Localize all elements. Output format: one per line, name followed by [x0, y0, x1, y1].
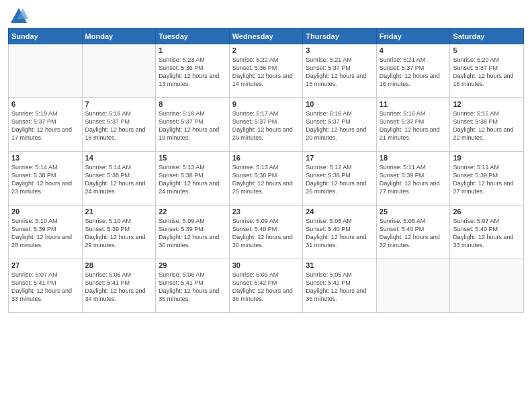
calendar-cell: 8Sunrise: 5:18 AMSunset: 5:37 PMDaylight…: [156, 98, 230, 152]
day-number: 2: [232, 46, 300, 54]
calendar-cell: 9Sunrise: 5:17 AMSunset: 5:37 PMDaylight…: [229, 98, 303, 152]
calendar-cell: 10Sunrise: 5:16 AMSunset: 5:37 PMDayligh…: [303, 98, 377, 152]
weekday-header-sunday: Sunday: [9, 29, 83, 44]
calendar-cell: 14Sunrise: 5:14 AMSunset: 5:38 PMDayligh…: [82, 152, 156, 205]
day-info: Sunrise: 5:13 AMSunset: 5:38 PMDaylight:…: [232, 163, 300, 196]
day-number: 27: [11, 261, 79, 269]
calendar-cell: 21Sunrise: 5:10 AMSunset: 5:39 PMDayligh…: [82, 205, 156, 259]
calendar-cell: 3Sunrise: 5:21 AMSunset: 5:37 PMDaylight…: [303, 44, 377, 98]
day-number: 18: [380, 154, 447, 162]
calendar-cell: 5Sunrise: 5:20 AMSunset: 5:37 PMDaylight…: [450, 44, 524, 98]
day-info: Sunrise: 5:05 AMSunset: 5:42 PMDaylight:…: [232, 271, 300, 304]
calendar-cell: 26Sunrise: 5:07 AMSunset: 5:40 PMDayligh…: [450, 205, 524, 259]
day-info: Sunrise: 5:05 AMSunset: 5:42 PMDaylight:…: [306, 271, 373, 304]
day-info: Sunrise: 5:21 AMSunset: 5:37 PMDaylight:…: [306, 56, 373, 89]
calendar-cell: 24Sunrise: 5:08 AMSunset: 5:40 PMDayligh…: [303, 205, 377, 259]
day-info: Sunrise: 5:15 AMSunset: 5:38 PMDaylight:…: [453, 109, 521, 142]
day-number: 28: [85, 261, 153, 269]
day-info: Sunrise: 5:09 AMSunset: 5:39 PMDaylight:…: [159, 217, 226, 250]
calendar-cell: 23Sunrise: 5:09 AMSunset: 5:40 PMDayligh…: [229, 205, 303, 259]
day-number: 26: [453, 208, 521, 216]
day-info: Sunrise: 5:12 AMSunset: 5:38 PMDaylight:…: [306, 163, 373, 196]
calendar-cell: 31Sunrise: 5:05 AMSunset: 5:42 PMDayligh…: [303, 259, 377, 313]
day-info: Sunrise: 5:16 AMSunset: 5:37 PMDaylight:…: [380, 109, 447, 142]
calendar-cell: 22Sunrise: 5:09 AMSunset: 5:39 PMDayligh…: [156, 205, 230, 259]
weekday-header-friday: Friday: [376, 29, 450, 44]
day-info: Sunrise: 5:23 AMSunset: 5:36 PMDaylight:…: [159, 56, 226, 89]
day-info: Sunrise: 5:22 AMSunset: 5:36 PMDaylight:…: [232, 56, 300, 89]
day-info: Sunrise: 5:11 AMSunset: 5:39 PMDaylight:…: [380, 163, 447, 196]
day-number: 13: [11, 154, 79, 162]
day-info: Sunrise: 5:18 AMSunset: 5:37 PMDaylight:…: [85, 109, 153, 142]
day-info: Sunrise: 5:10 AMSunset: 5:39 PMDaylight:…: [85, 217, 153, 250]
calendar-cell: 15Sunrise: 5:13 AMSunset: 5:38 PMDayligh…: [156, 152, 230, 205]
day-number: 17: [306, 154, 373, 162]
day-number: 22: [159, 208, 226, 216]
calendar-cell: 7Sunrise: 5:18 AMSunset: 5:37 PMDaylight…: [82, 98, 156, 152]
calendar-cell: 12Sunrise: 5:15 AMSunset: 5:38 PMDayligh…: [450, 98, 524, 152]
page: SundayMondayTuesdayWednesdayThursdayFrid…: [0, 0, 532, 411]
day-info: Sunrise: 5:07 AMSunset: 5:41 PMDaylight:…: [11, 271, 79, 304]
day-info: Sunrise: 5:06 AMSunset: 5:41 PMDaylight:…: [85, 271, 153, 304]
day-number: 20: [11, 208, 79, 216]
day-number: 15: [159, 154, 226, 162]
day-info: Sunrise: 5:13 AMSunset: 5:38 PMDaylight:…: [159, 163, 226, 196]
day-info: Sunrise: 5:20 AMSunset: 5:37 PMDaylight:…: [453, 56, 521, 89]
calendar-cell: 13Sunrise: 5:14 AMSunset: 5:38 PMDayligh…: [9, 152, 83, 205]
week-row-1: 1Sunrise: 5:23 AMSunset: 5:36 PMDaylight…: [9, 44, 524, 98]
day-info: Sunrise: 5:07 AMSunset: 5:40 PMDaylight:…: [453, 217, 521, 250]
day-info: Sunrise: 5:17 AMSunset: 5:37 PMDaylight:…: [232, 109, 300, 142]
calendar-cell: 1Sunrise: 5:23 AMSunset: 5:36 PMDaylight…: [156, 44, 230, 98]
day-number: 23: [232, 208, 300, 216]
calendar-cell: 17Sunrise: 5:12 AMSunset: 5:38 PMDayligh…: [303, 152, 377, 205]
calendar-cell: 6Sunrise: 5:19 AMSunset: 5:37 PMDaylight…: [9, 98, 83, 152]
header: [8, 7, 524, 23]
day-number: 16: [232, 154, 300, 162]
day-number: 1: [159, 46, 226, 54]
calendar-cell: 2Sunrise: 5:22 AMSunset: 5:36 PMDaylight…: [229, 44, 303, 98]
day-info: Sunrise: 5:18 AMSunset: 5:37 PMDaylight:…: [159, 109, 226, 142]
calendar-cell: [450, 259, 524, 313]
day-number: 8: [159, 100, 226, 108]
day-number: 9: [232, 100, 300, 108]
weekday-header-thursday: Thursday: [303, 29, 377, 44]
day-number: 10: [306, 100, 373, 108]
day-number: 5: [453, 46, 521, 54]
calendar-cell: 11Sunrise: 5:16 AMSunset: 5:37 PMDayligh…: [376, 98, 450, 152]
calendar-cell: [376, 259, 450, 313]
week-row-3: 13Sunrise: 5:14 AMSunset: 5:38 PMDayligh…: [9, 152, 524, 205]
day-number: 11: [380, 100, 447, 108]
day-number: 24: [306, 208, 373, 216]
calendar-cell: 19Sunrise: 5:11 AMSunset: 5:39 PMDayligh…: [450, 152, 524, 205]
day-info: Sunrise: 5:19 AMSunset: 5:37 PMDaylight:…: [11, 109, 79, 142]
day-info: Sunrise: 5:06 AMSunset: 5:41 PMDaylight:…: [159, 271, 226, 304]
day-number: 4: [380, 46, 447, 54]
weekday-header-saturday: Saturday: [450, 29, 524, 44]
calendar-cell: 30Sunrise: 5:05 AMSunset: 5:42 PMDayligh…: [229, 259, 303, 313]
day-number: 19: [453, 154, 521, 162]
weekday-header-tuesday: Tuesday: [156, 29, 230, 44]
day-info: Sunrise: 5:14 AMSunset: 5:38 PMDaylight:…: [11, 163, 79, 196]
day-number: 12: [453, 100, 521, 108]
weekday-header-row: SundayMondayTuesdayWednesdayThursdayFrid…: [9, 29, 524, 44]
day-info: Sunrise: 5:14 AMSunset: 5:38 PMDaylight:…: [85, 163, 153, 196]
logo: [8, 7, 28, 23]
day-info: Sunrise: 5:09 AMSunset: 5:40 PMDaylight:…: [232, 217, 300, 250]
day-info: Sunrise: 5:21 AMSunset: 5:37 PMDaylight:…: [380, 56, 447, 89]
day-number: 29: [159, 261, 226, 269]
calendar-cell: 29Sunrise: 5:06 AMSunset: 5:41 PMDayligh…: [156, 259, 230, 313]
day-number: 3: [306, 46, 373, 54]
day-info: Sunrise: 5:11 AMSunset: 5:39 PMDaylight:…: [453, 163, 521, 196]
calendar-cell: 20Sunrise: 5:10 AMSunset: 5:39 PMDayligh…: [9, 205, 83, 259]
day-info: Sunrise: 5:16 AMSunset: 5:37 PMDaylight:…: [306, 109, 373, 142]
logo-icon: [9, 7, 28, 26]
calendar-cell: 16Sunrise: 5:13 AMSunset: 5:38 PMDayligh…: [229, 152, 303, 205]
calendar-cell: 28Sunrise: 5:06 AMSunset: 5:41 PMDayligh…: [82, 259, 156, 313]
day-number: 25: [380, 208, 447, 216]
day-number: 31: [306, 261, 373, 269]
day-info: Sunrise: 5:10 AMSunset: 5:39 PMDaylight:…: [11, 217, 79, 250]
calendar-cell: [82, 44, 156, 98]
day-number: 14: [85, 154, 153, 162]
day-info: Sunrise: 5:08 AMSunset: 5:40 PMDaylight:…: [306, 217, 373, 250]
week-row-2: 6Sunrise: 5:19 AMSunset: 5:37 PMDaylight…: [9, 98, 524, 152]
